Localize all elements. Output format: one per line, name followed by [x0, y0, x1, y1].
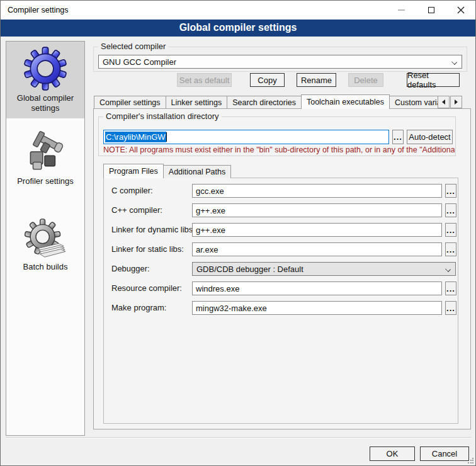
- footer-divider: [6, 437, 472, 438]
- cancel-button[interactable]: Cancel: [420, 446, 469, 461]
- window-title: Compiler settings: [8, 6, 69, 14]
- selected-path-text: C:\raylib\MinGW: [105, 132, 166, 142]
- set-as-default-button[interactable]: Set as default: [177, 73, 232, 87]
- left-triangle-icon: [442, 99, 445, 105]
- tab-search-directories[interactable]: Search directories: [227, 96, 302, 109]
- linker-static-browse-button[interactable]: ...: [445, 242, 456, 256]
- gray-gear-stack-icon: [23, 217, 67, 261]
- cpp-compiler-browse-button[interactable]: ...: [445, 203, 456, 217]
- compiler-tabs: Compiler settings Linker settings Search…: [94, 94, 438, 109]
- minimize-icon: [398, 9, 405, 11]
- tab-program-files[interactable]: Program Files: [103, 164, 164, 178]
- field-label-debugger: Debugger:: [111, 262, 150, 276]
- cpp-compiler-input[interactable]: [192, 203, 442, 217]
- chevron-down-icon: [451, 59, 457, 65]
- linker-dynamic-input[interactable]: [192, 223, 442, 237]
- tab-compiler-settings[interactable]: Compiler settings: [94, 96, 166, 109]
- tab-additional-paths[interactable]: Additional Paths: [163, 165, 231, 178]
- field-label-c-compiler: C compiler:: [111, 184, 153, 198]
- page-title: Global compiler settings: [1, 20, 475, 37]
- field-label-make-program: Make program:: [111, 301, 166, 315]
- minimize-button[interactable]: [387, 1, 416, 20]
- compiler-settings-dialog: Compiler settings Global compiler settin…: [0, 0, 476, 466]
- selected-compiler-legend: Selected compiler: [98, 42, 168, 51]
- field-label-cpp-compiler: C++ compiler:: [111, 203, 162, 217]
- close-icon: [457, 6, 465, 14]
- linker-dynamic-browse-button[interactable]: ...: [445, 223, 456, 237]
- sidebar-item-label: Profiler settings: [10, 176, 81, 186]
- installation-directory-legend: Compiler's installation directory: [103, 111, 222, 121]
- delete-button[interactable]: Delete: [348, 73, 383, 87]
- right-triangle-icon: [455, 99, 458, 105]
- tab-linker-settings[interactable]: Linker settings: [166, 96, 228, 109]
- tab-custom-variables[interactable]: Custom variables: [389, 96, 438, 109]
- field-label-linker-dynamic: Linker for dynamic libs:: [111, 223, 195, 237]
- field-label-resource-compiler: Resource compiler:: [111, 281, 182, 295]
- make-program-browse-button[interactable]: ...: [445, 301, 456, 315]
- program-files-panel: C compiler: ... C++ compiler: ... Linker…: [103, 178, 458, 424]
- ok-button[interactable]: OK: [370, 446, 415, 461]
- resize-grip[interactable]: [467, 457, 474, 464]
- rename-button[interactable]: Rename: [297, 73, 336, 87]
- tab-scroll-left-button[interactable]: [438, 96, 450, 108]
- sidebar-item-global-compiler-settings[interactable]: Global compiler settings: [6, 42, 84, 118]
- maximize-icon: [428, 7, 434, 13]
- text-caret: [166, 132, 167, 142]
- close-button[interactable]: [446, 1, 475, 20]
- compiler-select[interactable]: GNU GCC Compiler: [98, 55, 462, 69]
- maximize-button[interactable]: [416, 1, 446, 20]
- debugger-select-value: GDB/CDB debugger : Default: [196, 264, 303, 274]
- auto-detect-button[interactable]: Auto-detect: [407, 130, 453, 144]
- compiler-select-value: GNU GCC Compiler: [103, 57, 176, 67]
- c-compiler-browse-button[interactable]: ...: [445, 184, 456, 198]
- chevron-down-icon: [445, 266, 451, 272]
- program-tabs: Program Files Additional Paths: [103, 163, 231, 178]
- tab-scroll-right-button[interactable]: [450, 96, 462, 108]
- reset-defaults-button[interactable]: Reset defaults: [407, 73, 460, 87]
- make-program-input[interactable]: [192, 301, 442, 315]
- blue-gear-icon: [22, 45, 69, 92]
- resource-compiler-input[interactable]: [192, 281, 442, 295]
- title-bar: Compiler settings: [1, 1, 475, 20]
- caliper-icon: [22, 128, 69, 175]
- sidebar-item-label: Batch builds: [10, 262, 81, 272]
- sidebar-item-profiler-settings[interactable]: Profiler settings: [6, 125, 84, 191]
- installation-directory-browse-button[interactable]: ...: [392, 130, 404, 144]
- sidebar-item-label: Global compiler settings: [10, 93, 81, 113]
- debugger-select[interactable]: GDB/CDB debugger : Default: [192, 262, 456, 276]
- copy-button[interactable]: Copy: [250, 73, 285, 87]
- field-label-linker-static: Linker for static libs:: [111, 242, 184, 256]
- c-compiler-input[interactable]: [192, 184, 442, 198]
- sidebar-item-batch-builds[interactable]: Batch builds: [6, 213, 84, 277]
- installation-directory-input[interactable]: C:\raylib\MinGW: [103, 130, 389, 144]
- bin-subdirectory-note: NOTE: All programs must exist either in …: [103, 145, 455, 154]
- linker-static-input[interactable]: [192, 242, 442, 256]
- settings-category-sidebar: Global compiler settings Profiler settin…: [6, 41, 85, 436]
- tab-toolchain-executables[interactable]: Toolchain executables: [301, 94, 390, 109]
- resource-compiler-browse-button[interactable]: ...: [445, 281, 456, 295]
